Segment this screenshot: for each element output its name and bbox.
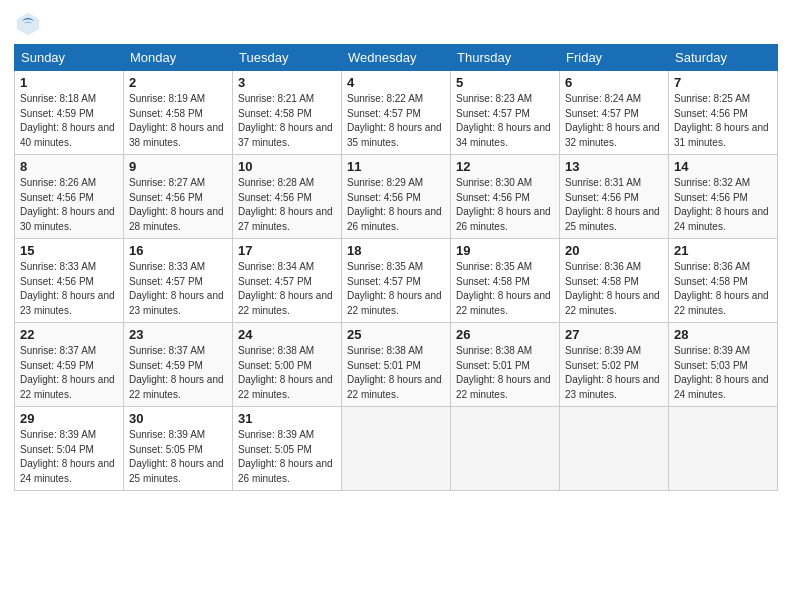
calendar-cell: 29 Sunrise: 8:39 AMSunset: 5:04 PMDaylig… <box>15 407 124 491</box>
week-row-2: 8 Sunrise: 8:26 AMSunset: 4:56 PMDayligh… <box>15 155 778 239</box>
day-info: Sunrise: 8:33 AMSunset: 4:57 PMDaylight:… <box>129 261 224 316</box>
calendar-cell: 1 Sunrise: 8:18 AMSunset: 4:59 PMDayligh… <box>15 71 124 155</box>
day-info: Sunrise: 8:19 AMSunset: 4:58 PMDaylight:… <box>129 93 224 148</box>
calendar-cell: 8 Sunrise: 8:26 AMSunset: 4:56 PMDayligh… <box>15 155 124 239</box>
day-header-friday: Friday <box>560 45 669 71</box>
calendar-cell: 15 Sunrise: 8:33 AMSunset: 4:56 PMDaylig… <box>15 239 124 323</box>
calendar-cell: 31 Sunrise: 8:39 AMSunset: 5:05 PMDaylig… <box>233 407 342 491</box>
calendar-cell: 30 Sunrise: 8:39 AMSunset: 5:05 PMDaylig… <box>124 407 233 491</box>
day-header-thursday: Thursday <box>451 45 560 71</box>
day-info: Sunrise: 8:24 AMSunset: 4:57 PMDaylight:… <box>565 93 660 148</box>
day-number: 12 <box>456 159 554 174</box>
day-info: Sunrise: 8:18 AMSunset: 4:59 PMDaylight:… <box>20 93 115 148</box>
calendar-container: SundayMondayTuesdayWednesdayThursdayFrid… <box>0 0 792 501</box>
calendar-cell: 6 Sunrise: 8:24 AMSunset: 4:57 PMDayligh… <box>560 71 669 155</box>
calendar-cell <box>451 407 560 491</box>
day-number: 26 <box>456 327 554 342</box>
day-number: 24 <box>238 327 336 342</box>
day-info: Sunrise: 8:36 AMSunset: 4:58 PMDaylight:… <box>674 261 769 316</box>
day-info: Sunrise: 8:38 AMSunset: 5:01 PMDaylight:… <box>347 345 442 400</box>
day-info: Sunrise: 8:33 AMSunset: 4:56 PMDaylight:… <box>20 261 115 316</box>
day-info: Sunrise: 8:27 AMSunset: 4:56 PMDaylight:… <box>129 177 224 232</box>
day-number: 11 <box>347 159 445 174</box>
day-info: Sunrise: 8:36 AMSunset: 4:58 PMDaylight:… <box>565 261 660 316</box>
calendar-cell: 24 Sunrise: 8:38 AMSunset: 5:00 PMDaylig… <box>233 323 342 407</box>
calendar-cell: 17 Sunrise: 8:34 AMSunset: 4:57 PMDaylig… <box>233 239 342 323</box>
calendar-cell: 13 Sunrise: 8:31 AMSunset: 4:56 PMDaylig… <box>560 155 669 239</box>
calendar-cell: 18 Sunrise: 8:35 AMSunset: 4:57 PMDaylig… <box>342 239 451 323</box>
day-number: 23 <box>129 327 227 342</box>
day-number: 8 <box>20 159 118 174</box>
day-info: Sunrise: 8:39 AMSunset: 5:02 PMDaylight:… <box>565 345 660 400</box>
day-info: Sunrise: 8:38 AMSunset: 5:01 PMDaylight:… <box>456 345 551 400</box>
day-header-sunday: Sunday <box>15 45 124 71</box>
svg-marker-0 <box>17 13 39 35</box>
calendar-cell: 20 Sunrise: 8:36 AMSunset: 4:58 PMDaylig… <box>560 239 669 323</box>
day-info: Sunrise: 8:38 AMSunset: 5:00 PMDaylight:… <box>238 345 333 400</box>
day-header-wednesday: Wednesday <box>342 45 451 71</box>
day-info: Sunrise: 8:39 AMSunset: 5:05 PMDaylight:… <box>129 429 224 484</box>
day-info: Sunrise: 8:31 AMSunset: 4:56 PMDaylight:… <box>565 177 660 232</box>
day-number: 2 <box>129 75 227 90</box>
week-row-1: 1 Sunrise: 8:18 AMSunset: 4:59 PMDayligh… <box>15 71 778 155</box>
day-info: Sunrise: 8:34 AMSunset: 4:57 PMDaylight:… <box>238 261 333 316</box>
day-info: Sunrise: 8:22 AMSunset: 4:57 PMDaylight:… <box>347 93 442 148</box>
calendar-cell: 22 Sunrise: 8:37 AMSunset: 4:59 PMDaylig… <box>15 323 124 407</box>
day-number: 19 <box>456 243 554 258</box>
calendar-cell: 28 Sunrise: 8:39 AMSunset: 5:03 PMDaylig… <box>669 323 778 407</box>
calendar-cell: 27 Sunrise: 8:39 AMSunset: 5:02 PMDaylig… <box>560 323 669 407</box>
day-number: 16 <box>129 243 227 258</box>
day-info: Sunrise: 8:37 AMSunset: 4:59 PMDaylight:… <box>20 345 115 400</box>
day-number: 10 <box>238 159 336 174</box>
calendar-cell: 10 Sunrise: 8:28 AMSunset: 4:56 PMDaylig… <box>233 155 342 239</box>
calendar-cell: 21 Sunrise: 8:36 AMSunset: 4:58 PMDaylig… <box>669 239 778 323</box>
logo-icon <box>14 10 42 38</box>
day-number: 20 <box>565 243 663 258</box>
week-row-5: 29 Sunrise: 8:39 AMSunset: 5:04 PMDaylig… <box>15 407 778 491</box>
calendar-cell: 23 Sunrise: 8:37 AMSunset: 4:59 PMDaylig… <box>124 323 233 407</box>
calendar-cell: 9 Sunrise: 8:27 AMSunset: 4:56 PMDayligh… <box>124 155 233 239</box>
day-number: 30 <box>129 411 227 426</box>
logo <box>14 10 46 38</box>
calendar-cell: 11 Sunrise: 8:29 AMSunset: 4:56 PMDaylig… <box>342 155 451 239</box>
calendar-cell: 5 Sunrise: 8:23 AMSunset: 4:57 PMDayligh… <box>451 71 560 155</box>
day-info: Sunrise: 8:39 AMSunset: 5:04 PMDaylight:… <box>20 429 115 484</box>
calendar-cell: 2 Sunrise: 8:19 AMSunset: 4:58 PMDayligh… <box>124 71 233 155</box>
day-number: 18 <box>347 243 445 258</box>
day-number: 5 <box>456 75 554 90</box>
day-number: 22 <box>20 327 118 342</box>
day-info: Sunrise: 8:32 AMSunset: 4:56 PMDaylight:… <box>674 177 769 232</box>
week-row-3: 15 Sunrise: 8:33 AMSunset: 4:56 PMDaylig… <box>15 239 778 323</box>
day-info: Sunrise: 8:23 AMSunset: 4:57 PMDaylight:… <box>456 93 551 148</box>
day-number: 3 <box>238 75 336 90</box>
day-info: Sunrise: 8:29 AMSunset: 4:56 PMDaylight:… <box>347 177 442 232</box>
calendar-cell: 19 Sunrise: 8:35 AMSunset: 4:58 PMDaylig… <box>451 239 560 323</box>
calendar-cell: 3 Sunrise: 8:21 AMSunset: 4:58 PMDayligh… <box>233 71 342 155</box>
day-number: 7 <box>674 75 772 90</box>
calendar-body: 1 Sunrise: 8:18 AMSunset: 4:59 PMDayligh… <box>15 71 778 491</box>
day-number: 21 <box>674 243 772 258</box>
day-number: 28 <box>674 327 772 342</box>
day-number: 14 <box>674 159 772 174</box>
day-number: 6 <box>565 75 663 90</box>
day-number: 17 <box>238 243 336 258</box>
calendar-cell: 4 Sunrise: 8:22 AMSunset: 4:57 PMDayligh… <box>342 71 451 155</box>
header <box>14 10 778 38</box>
day-info: Sunrise: 8:37 AMSunset: 4:59 PMDaylight:… <box>129 345 224 400</box>
day-info: Sunrise: 8:25 AMSunset: 4:56 PMDaylight:… <box>674 93 769 148</box>
calendar-header-row: SundayMondayTuesdayWednesdayThursdayFrid… <box>15 45 778 71</box>
day-header-monday: Monday <box>124 45 233 71</box>
calendar-cell: 14 Sunrise: 8:32 AMSunset: 4:56 PMDaylig… <box>669 155 778 239</box>
calendar-cell <box>669 407 778 491</box>
day-number: 9 <box>129 159 227 174</box>
calendar-cell <box>560 407 669 491</box>
day-info: Sunrise: 8:39 AMSunset: 5:05 PMDaylight:… <box>238 429 333 484</box>
day-info: Sunrise: 8:30 AMSunset: 4:56 PMDaylight:… <box>456 177 551 232</box>
day-number: 25 <box>347 327 445 342</box>
calendar-cell: 7 Sunrise: 8:25 AMSunset: 4:56 PMDayligh… <box>669 71 778 155</box>
day-info: Sunrise: 8:26 AMSunset: 4:56 PMDaylight:… <box>20 177 115 232</box>
calendar-cell: 12 Sunrise: 8:30 AMSunset: 4:56 PMDaylig… <box>451 155 560 239</box>
calendar-cell: 26 Sunrise: 8:38 AMSunset: 5:01 PMDaylig… <box>451 323 560 407</box>
day-header-saturday: Saturday <box>669 45 778 71</box>
day-number: 27 <box>565 327 663 342</box>
